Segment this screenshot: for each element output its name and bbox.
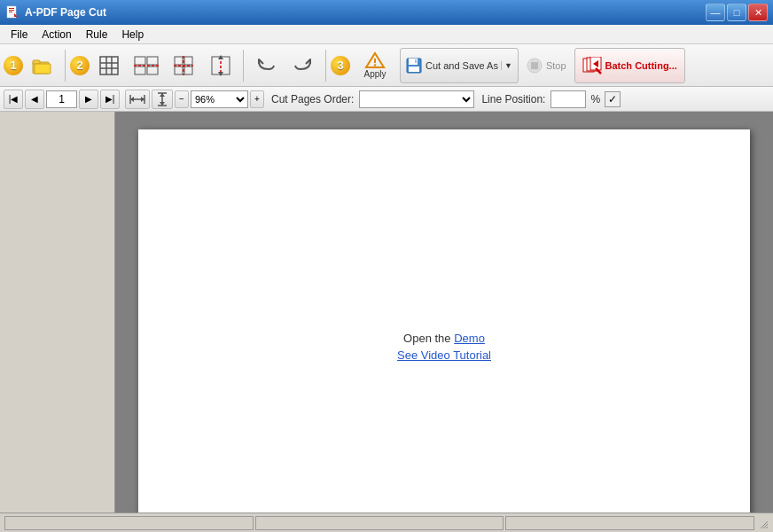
cut-save-label: Cut and Save As xyxy=(426,60,498,71)
fit-width-icon xyxy=(129,93,145,106)
cut-horizontal-button[interactable] xyxy=(129,48,164,83)
step-3-indicator: 3 xyxy=(331,56,350,75)
separator-3 xyxy=(325,50,326,82)
window-controls: — □ ✕ xyxy=(706,4,768,21)
separator-2 xyxy=(243,50,244,82)
menu-help[interactable]: Help xyxy=(114,27,151,43)
stop-icon xyxy=(527,58,543,74)
resize-grip[interactable] xyxy=(755,516,769,530)
page-canvas: Open the Demo See Video Tutorial xyxy=(138,129,750,512)
svg-rect-19 xyxy=(184,57,192,65)
zoom-out-button[interactable]: − xyxy=(175,90,189,108)
svg-rect-21 xyxy=(184,66,192,74)
minimize-button[interactable]: — xyxy=(706,4,725,21)
svg-rect-2 xyxy=(9,10,14,11)
svg-rect-8 xyxy=(100,57,118,74)
redo-icon xyxy=(293,57,313,74)
svg-rect-34 xyxy=(415,59,417,63)
nav-bar: |◀ ◀ 1 ▶ ▶| − 50% 75% 96% 100% 125% 150%… xyxy=(0,87,773,112)
page-number-input[interactable]: 1 xyxy=(46,90,77,108)
step-2-indicator: 2 xyxy=(70,56,90,75)
prev-page-button[interactable]: ◀ xyxy=(25,90,44,109)
demo-text-area: Open the Demo See Video Tutorial xyxy=(397,332,491,362)
apply-icon xyxy=(364,51,386,69)
open-icon xyxy=(32,57,53,74)
svg-rect-15 xyxy=(135,66,145,74)
svg-rect-16 xyxy=(147,66,158,74)
first-page-button[interactable]: |◀ xyxy=(4,90,23,109)
svg-rect-20 xyxy=(175,66,183,74)
undo-icon xyxy=(256,57,276,74)
cut-vertical-icon xyxy=(174,56,193,75)
maximize-button[interactable]: □ xyxy=(727,4,746,21)
app-icon xyxy=(5,5,20,20)
batch-label: Batch Cutting... xyxy=(605,60,677,71)
svg-rect-18 xyxy=(175,57,183,65)
stop-label: Stop xyxy=(546,60,566,71)
cut-horizontal-icon xyxy=(134,56,159,75)
open-the-text: Open the xyxy=(403,332,454,345)
cut-order-select[interactable] xyxy=(359,90,474,108)
status-panel-3 xyxy=(505,516,754,530)
move-cutline-button[interactable] xyxy=(203,48,238,83)
move-icon xyxy=(210,55,231,76)
last-page-button[interactable]: ▶| xyxy=(100,90,120,109)
open-button[interactable] xyxy=(25,48,60,83)
menu-bar: File Action Rule Help xyxy=(0,25,773,44)
cut-pages-order-label: Cut Pages Order: xyxy=(271,93,354,106)
svg-rect-6 xyxy=(33,60,40,64)
svg-rect-36 xyxy=(531,62,538,69)
zoom-select[interactable]: 50% 75% 96% 100% 125% 150% 200% xyxy=(191,90,248,108)
line-position-label: Line Position: xyxy=(481,93,545,106)
svg-rect-33 xyxy=(409,66,419,72)
step-1-indicator: 1 xyxy=(4,56,23,75)
grid-button[interactable] xyxy=(91,48,127,83)
cut-vertical-button[interactable] xyxy=(166,48,201,83)
title-bar: A-PDF Page Cut — □ ✕ xyxy=(0,0,773,25)
status-bar xyxy=(0,512,773,532)
status-panel-2 xyxy=(255,516,504,530)
apply-button[interactable]: Apply xyxy=(352,48,398,83)
fit-page-button[interactable] xyxy=(152,90,173,109)
apply-position-button[interactable]: ✓ xyxy=(605,91,621,107)
svg-rect-3 xyxy=(9,12,12,12)
close-button[interactable]: ✕ xyxy=(748,4,768,21)
svg-rect-14 xyxy=(147,57,158,65)
svg-line-53 xyxy=(766,527,768,528)
batch-cutting-button[interactable]: Batch Cutting... xyxy=(574,48,685,83)
stop-button[interactable]: Stop xyxy=(520,48,573,83)
svg-rect-13 xyxy=(135,57,145,65)
main-area: Open the Demo See Video Tutorial xyxy=(0,112,773,512)
line-position-input[interactable] xyxy=(550,90,586,108)
batch-icon xyxy=(582,57,602,74)
demo-link[interactable]: Demo xyxy=(454,332,485,345)
menu-rule[interactable]: Rule xyxy=(79,27,115,43)
svg-point-30 xyxy=(374,64,376,66)
cut-save-dropdown-arrow[interactable]: ▼ xyxy=(501,61,512,70)
toolbar: 1 2 xyxy=(0,44,773,87)
separator-1 xyxy=(65,50,66,82)
cut-save-button[interactable]: Cut and Save As ▼ xyxy=(400,48,519,83)
svg-rect-1 xyxy=(9,8,14,9)
resize-icon xyxy=(759,520,768,528)
save-icon xyxy=(406,58,422,74)
canvas-area: Open the Demo See Video Tutorial xyxy=(115,112,773,512)
redo-button[interactable] xyxy=(285,48,321,83)
next-page-button[interactable]: ▶ xyxy=(79,90,98,109)
thumbnail-panel xyxy=(0,112,115,512)
svg-rect-7 xyxy=(35,64,51,74)
app-title: A-PDF Page Cut xyxy=(25,6,106,19)
fit-page-icon xyxy=(156,92,168,106)
menu-action[interactable]: Action xyxy=(35,27,78,43)
menu-file[interactable]: File xyxy=(4,27,35,43)
percent-sign: % xyxy=(590,93,600,106)
video-tutorial-link[interactable]: See Video Tutorial xyxy=(397,348,491,362)
undo-button[interactable] xyxy=(248,48,284,83)
grid-icon xyxy=(99,56,119,75)
apply-label: Apply xyxy=(363,69,386,79)
zoom-in-button[interactable]: + xyxy=(250,90,264,108)
fit-width-button[interactable] xyxy=(125,90,150,109)
status-panel-1 xyxy=(4,516,254,530)
